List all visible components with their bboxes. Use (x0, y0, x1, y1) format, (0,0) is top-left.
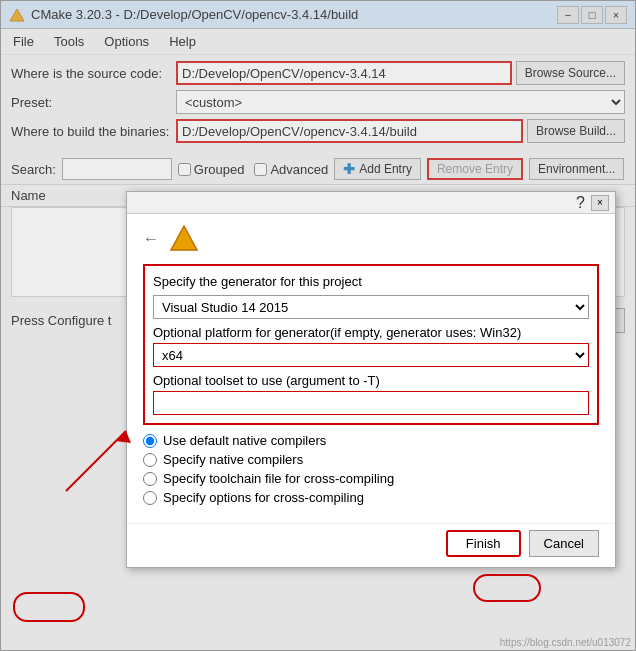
generator-section-box: Specify the generator for this project V… (143, 264, 599, 425)
radio-default-compilers[interactable]: Use default native compilers (143, 433, 599, 448)
dialog-nav: ← (143, 224, 599, 254)
radio-cross-compiling[interactable]: Specify options for cross-compiling (143, 490, 599, 505)
finish-button[interactable]: Finish (446, 530, 521, 557)
cancel-button[interactable]: Cancel (529, 530, 599, 557)
radio-group: Use default native compilers Specify nat… (143, 433, 599, 505)
radio-native-compilers[interactable]: Specify native compilers (143, 452, 599, 467)
dialog-close-button[interactable]: × (591, 195, 609, 211)
dialog-title-bar: ? × (127, 192, 615, 214)
svg-marker-1 (171, 226, 197, 250)
radio-cross-compiling-label: Specify options for cross-compiling (163, 490, 364, 505)
radio-toolchain-file[interactable]: Specify toolchain file for cross-compili… (143, 471, 599, 486)
dialog-body: ← Specify the generator for this project… (127, 214, 615, 523)
dialog-footer: Finish Cancel (127, 523, 615, 567)
radio-toolchain-label: Specify toolchain file for cross-compili… (163, 471, 394, 486)
radio-native-compilers-label: Specify native compilers (163, 452, 303, 467)
generator-section-title: Specify the generator for this project (153, 274, 589, 289)
platform-label: Optional platform for generator(if empty… (153, 325, 589, 340)
main-window: CMake 3.20.3 - D:/Develop/OpenCV/opencv-… (0, 0, 636, 651)
toolset-label: Optional toolset to use (argument to -T) (153, 373, 589, 388)
generator-select[interactable]: Visual Studio 14 2015 Visual Studio 15 2… (153, 295, 589, 319)
toolset-input[interactable] (153, 391, 589, 415)
platform-select[interactable]: x64 Win32 ARM (153, 343, 589, 367)
back-arrow-icon[interactable]: ← (143, 230, 159, 248)
dialog: ? × ← Specify the generator for this pro… (126, 191, 616, 568)
question-icon[interactable]: ? (576, 194, 585, 212)
cmake-logo-icon (169, 224, 199, 254)
radio-default-compilers-label: Use default native compilers (163, 433, 326, 448)
